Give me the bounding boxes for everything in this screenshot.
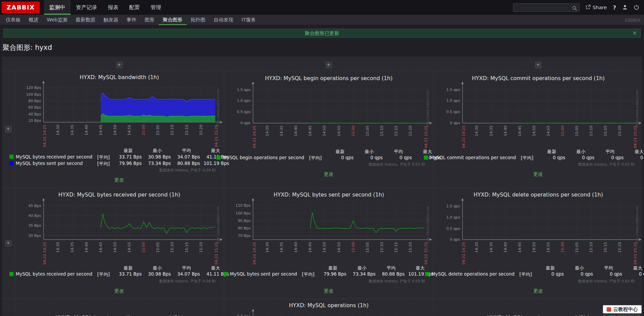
tab-graphs[interactable]: 图形 <box>141 15 159 25</box>
x-tick-label: 15:20 <box>199 242 203 253</box>
x-tick-label: 15:05 <box>575 126 579 136</box>
logout-button[interactable] <box>634 3 639 11</box>
screen-cell: HYXD: MySQL bandwidth (1h)120 Bps100 Bps… <box>14 71 224 188</box>
change-link[interactable]: 更改 <box>324 171 334 177</box>
x-tick-label: 14:35 <box>279 126 284 136</box>
x-tick-label: 15:20 <box>408 126 413 136</box>
menu-configuration[interactable]: 配置 <box>124 0 145 15</box>
add-column-button[interactable]: + <box>326 62 332 68</box>
legend-stat-header: 平均 <box>596 149 624 155</box>
graph-action-row: 更改 <box>224 286 433 295</box>
add-column-button[interactable]: + <box>116 62 122 68</box>
legend-stat-header: 平均 <box>173 265 200 271</box>
tab-triggers[interactable]: 触发器 <box>100 15 123 25</box>
legend-swatch <box>216 155 221 160</box>
legend-stat-value: 0 qps <box>327 155 354 161</box>
legend-stat-header: 最小 <box>566 265 593 271</box>
legend-stat-header: 最小 <box>567 149 594 155</box>
menu-reports[interactable]: 报表 <box>103 0 124 15</box>
legend-series-name: MySQL bytes sent per second <box>224 272 297 278</box>
legend-swatch <box>424 155 428 160</box>
y-tick-label: 40 Bps <box>29 112 41 116</box>
graph-title: HYXD: MySQL bandwidth (1h) <box>15 74 224 80</box>
x-tick-label: 15:10 <box>170 242 175 253</box>
sub-menu: 仪表板概述Web监测最新数据触发器事件图形聚合图形拓扑图自动发现IT服务 <box>2 15 260 25</box>
change-link[interactable]: 更改 <box>115 288 124 294</box>
x-edge-label: 04-21 15:25 <box>633 242 638 264</box>
zabbix-watermark: http://www.zabbix.com <box>635 206 639 244</box>
zabbix-watermark: http://www.zabbix.com <box>216 89 220 126</box>
menu-administration[interactable]: 管理 <box>145 0 167 15</box>
menu-inventory[interactable]: 资产记录 <box>70 0 102 15</box>
screen-cell: HYXD: MySQL insert operations per second… <box>14 299 224 316</box>
change-link[interactable]: 更改 <box>115 177 124 183</box>
x-tick-label: 14:35 <box>489 242 493 253</box>
y-tick-label: 0.5 qps <box>446 226 460 231</box>
zabbix-watermark: http://www.zabbix.com <box>216 206 220 244</box>
tab-dashboard[interactable]: 仪表板 <box>2 15 25 25</box>
tab-web[interactable]: Web监测 <box>43 15 72 25</box>
change-link[interactable]: 更改 <box>533 171 543 177</box>
x-edge-label: 04-21 14:25 <box>252 242 257 264</box>
legend-stat-header: 平均 <box>173 148 200 154</box>
x-tick-label: 14:30 <box>265 242 269 253</box>
x-tick-label: 14:40 <box>294 126 298 136</box>
graph-title: HYXD: MySQL operations (1h) <box>224 302 433 309</box>
message-close-icon[interactable]: × <box>632 30 637 36</box>
y-tick-label: 120 Bps <box>26 86 41 90</box>
menu-monitoring[interactable]: 监测中 <box>44 0 71 15</box>
x-tick-label: 14:50 <box>113 125 117 135</box>
tab-discovery[interactable]: 自动发现 <box>210 15 238 25</box>
add-column-button[interactable]: + <box>535 62 541 68</box>
x-tick-label: 14:35 <box>70 242 74 253</box>
search-input[interactable] <box>513 3 579 12</box>
y-tick-label: 0 qps <box>240 121 250 125</box>
share-button[interactable]: Share <box>586 4 607 11</box>
legend-calc-type: [平均] <box>517 272 535 278</box>
x-edge-label: 04-21 14:25 <box>42 242 47 264</box>
y-tick-label: 0 qps <box>450 237 460 242</box>
legend-stat-header: 最新 <box>537 265 564 271</box>
y-tick-label: 45 Bps <box>29 204 41 208</box>
y-tick-label: 110 Bps <box>236 203 251 208</box>
help-button[interactable]: ? <box>613 4 616 11</box>
legend-stat-value: 0 qps <box>596 155 624 161</box>
tab-overview[interactable]: 概述 <box>25 15 43 25</box>
screen-cell: HYXD: MySQL commit operations per second… <box>433 71 643 188</box>
search-icon[interactable] <box>572 5 577 13</box>
zabbix-logo[interactable]: ZABBIX <box>2 2 40 13</box>
legend-swatch <box>425 272 429 276</box>
tab-it-services[interactable]: IT服务 <box>238 15 260 25</box>
x-tick-label: 14:40 <box>84 242 89 253</box>
add-row-button[interactable]: + <box>5 126 11 132</box>
change-link[interactable]: 更改 <box>324 288 334 294</box>
graph-generation-note: 数据来自 history, 产生于 0.04 秒 <box>15 279 216 284</box>
legend-spacer <box>10 148 92 154</box>
y-tick-label: 90 Bps <box>238 219 251 223</box>
row-header-cell: + <box>2 299 14 316</box>
tab-maps[interactable]: 拓扑图 <box>187 15 210 25</box>
tab-latest-data[interactable]: 最新数据 <box>72 15 100 25</box>
x-tick-label: 15:20 <box>617 242 622 253</box>
row-header-cell: + <box>2 71 14 188</box>
x-tick-label: 14:40 <box>503 242 508 253</box>
x-tick-label: 15:00 <box>560 126 565 136</box>
watermark-subtext: 第七城市 WWW.TH7.CN <box>603 314 640 316</box>
tab-screens[interactable]: 聚合图形 <box>159 15 187 25</box>
legend-stat-value: 30.98 Bps <box>144 272 171 278</box>
legend-stat-value: 0 qps <box>538 155 565 161</box>
legend-spacer <box>306 149 324 155</box>
add-row-button[interactable]: + <box>5 240 11 246</box>
x-tick-label: 15:15 <box>394 242 398 253</box>
tab-events[interactable]: 事件 <box>122 15 140 25</box>
watermark-badge: 云教程中心 <box>603 305 642 313</box>
legend-spacer <box>425 265 515 271</box>
change-link[interactable]: 更改 <box>533 288 543 294</box>
screen-cell: HYXD: MySQL delete operations per second… <box>433 188 643 299</box>
legend-spacer <box>517 265 535 271</box>
profile-button[interactable] <box>622 3 628 11</box>
y-tick-label: 1.5 qps <box>446 88 460 92</box>
row-header-cell: + <box>2 188 14 299</box>
legend-stat-value: 80.88 Bps <box>173 161 200 167</box>
search-wrap <box>513 3 579 12</box>
